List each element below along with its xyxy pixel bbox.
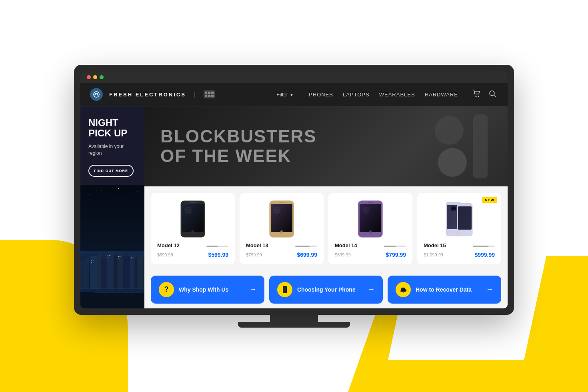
find-out-more-button[interactable]: FIND OUT MORE: [88, 165, 134, 177]
laptop-frame: FRESH ELECTRONICS | Filter: [74, 65, 514, 315]
sale-price-model-13: $699.99: [297, 252, 317, 258]
title-bar: [80, 71, 508, 83]
night-pickup-title: NIGHT PICK UP: [88, 118, 136, 139]
main-content: NIGHT PICK UP Available in your region F…: [80, 106, 508, 308]
svg-rect-38: [120, 256, 121, 257]
nav-icons: [471, 88, 498, 101]
svg-rect-39: [118, 258, 119, 259]
filter-button[interactable]: Filter: [273, 90, 296, 99]
svg-point-15: [128, 199, 128, 200]
svg-point-10: [118, 188, 119, 189]
original-price-model-14: $899.99: [335, 252, 351, 257]
svg-point-1: [94, 94, 96, 96]
svg-point-2: [97, 94, 98, 96]
product-image-model-12: [177, 199, 209, 239]
svg-rect-36: [108, 257, 108, 258]
product-name-model-15: Model 15: [424, 242, 446, 248]
filter-label: Filter: [276, 92, 288, 98]
page-wrapper: FRESH ELECTRONICS | Filter: [0, 0, 588, 392]
svg-rect-87: [457, 203, 472, 236]
svg-point-9: [102, 190, 102, 191]
product-name-model-12: Model 12: [157, 242, 180, 248]
svg-line-6: [494, 95, 496, 97]
svg-rect-89: [284, 287, 286, 292]
svg-rect-68: [271, 204, 292, 232]
sale-price-model-14: $799.99: [386, 252, 406, 258]
laptop-screen: FRESH ELECTRONICS | Filter: [80, 71, 508, 308]
new-badge: NEW: [482, 197, 497, 203]
svg-point-83: [451, 207, 454, 210]
grid-icon[interactable]: [204, 90, 215, 98]
minimize-dot[interactable]: [93, 75, 97, 79]
banner-recover-data[interactable]: How to Recover Data →: [388, 276, 501, 304]
sale-price-model-15: $999.99: [474, 252, 495, 258]
product-prices-model-15: $1,099.99 $999.99: [424, 252, 495, 258]
nav-laptops[interactable]: LAPTOPS: [343, 92, 370, 98]
product-image-model-14: [354, 199, 386, 239]
svg-point-3: [476, 96, 477, 97]
recover-data-label: How to Recover Data: [416, 286, 481, 293]
original-price-model-12: $699.99: [157, 252, 173, 257]
stand-base: [238, 322, 350, 328]
choosing-phone-icon: [277, 282, 292, 297]
svg-point-11: [137, 192, 138, 192]
svg-rect-48: [104, 294, 132, 294]
night-pickup-subtitle: Available in your region: [88, 143, 136, 157]
svg-point-5: [490, 91, 494, 96]
svg-rect-32: [93, 260, 94, 260]
nav-hardware[interactable]: HARDWARE: [425, 92, 458, 98]
svg-rect-46: [80, 288, 144, 292]
product-card-model-14[interactable]: Model 14 $899.99 $799.99: [328, 193, 412, 264]
svg-rect-37: [118, 256, 119, 257]
brand-logo: [90, 88, 103, 101]
city-image: [80, 185, 144, 308]
nav-links: PHONES LAPTOPS WEARABLES HARDWARE: [309, 92, 458, 98]
expand-dot[interactable]: [100, 75, 104, 79]
laptop-stand: [270, 315, 318, 323]
svg-rect-33: [91, 262, 92, 262]
nav-phones[interactable]: PHONES: [309, 92, 333, 98]
banner-choosing-phone[interactable]: Choosing Your Phone →: [269, 276, 383, 304]
hero-title-line2: OF THE WEEK: [160, 146, 317, 166]
product-card-model-15[interactable]: NEW: [417, 193, 501, 264]
nav-divider: |: [194, 91, 196, 98]
right-content: BLOCKBUSTERS OF THE WEEK: [144, 106, 508, 308]
original-price-model-13: $799.99: [246, 252, 262, 257]
svg-rect-31: [91, 260, 92, 260]
svg-point-4: [478, 96, 479, 97]
svg-point-13: [85, 204, 85, 204]
product-info-model-12: Model 12 $699.99 $599.99: [157, 242, 228, 258]
svg-rect-41: [133, 257, 134, 258]
night-pickup-sidebar: NIGHT PICK UP Available in your region F…: [80, 106, 144, 308]
why-shop-icon: ?: [159, 282, 174, 297]
svg-point-84: [454, 207, 456, 210]
hero-title-line1: BLOCKBUSTERS: [160, 127, 317, 146]
close-dot[interactable]: [87, 75, 91, 79]
svg-rect-40: [131, 257, 132, 258]
svg-rect-34: [108, 255, 108, 256]
svg-rect-47: [95, 292, 142, 293]
product-info-model-15: Model 15 $1,099.99 $999.99: [424, 242, 495, 258]
product-info-model-14: Model 14 $899.99 $799.99: [335, 242, 406, 258]
sale-price-model-12: $599.99: [208, 252, 228, 258]
svg-rect-62: [279, 202, 284, 203]
recover-data-icon: [396, 282, 411, 297]
product-name-model-13: Model 13: [246, 242, 268, 248]
svg-point-14: [109, 201, 109, 202]
search-icon[interactable]: [487, 88, 498, 101]
bottom-banners: ? Why Shop With Us →: [144, 271, 508, 308]
svg-point-0: [94, 92, 99, 97]
cart-icon[interactable]: [471, 88, 482, 101]
nav-wearables[interactable]: WEARABLES: [379, 92, 415, 98]
product-card-model-13[interactable]: Model 13 $799.99 $699.99: [240, 193, 324, 264]
product-image-model-15: [443, 199, 475, 239]
hero-banner: BLOCKBUSTERS OF THE WEEK: [144, 106, 508, 186]
products-grid: Model 12 $699.99 $599.99: [144, 186, 508, 271]
svg-rect-35: [109, 255, 110, 256]
product-info-model-13: Model 13 $799.99 $699.99: [246, 242, 317, 258]
svg-point-90: [284, 292, 285, 293]
filter-chevron-icon: [290, 92, 293, 98]
product-card-model-12[interactable]: Model 12 $699.99 $599.99: [151, 193, 235, 264]
product-name-model-14: Model 14: [335, 242, 357, 248]
banner-why-shop[interactable]: ? Why Shop With Us →: [151, 276, 264, 304]
